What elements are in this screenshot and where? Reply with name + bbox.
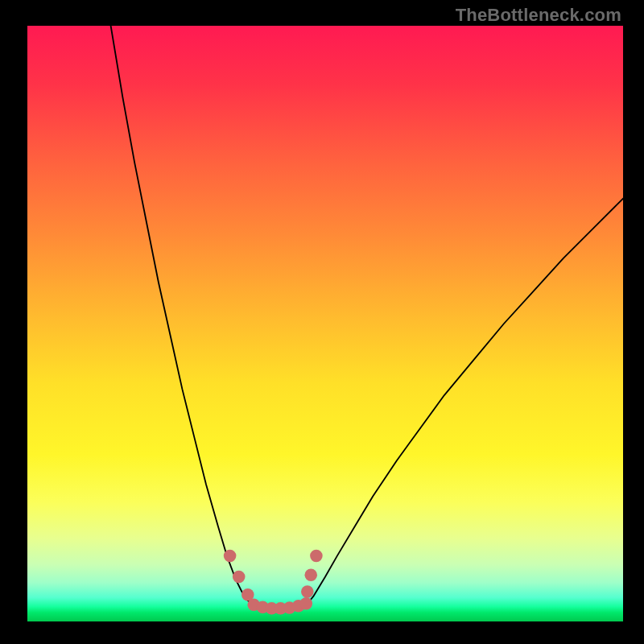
marker-dot [301, 585, 314, 598]
plot-area [27, 26, 623, 621]
marker-dot [224, 550, 237, 563]
curve-overlay [27, 26, 623, 621]
marker-dot [310, 550, 323, 563]
bottleneck-curve [111, 26, 623, 609]
marker-dot [233, 571, 246, 584]
marker-dot [300, 597, 313, 610]
marker-dot [304, 569, 317, 582]
curve-lines [111, 26, 623, 609]
watermark-text: TheBottleneck.com [456, 5, 621, 26]
chart-frame: TheBottleneck.com [0, 0, 644, 644]
valley-markers [224, 550, 323, 615]
